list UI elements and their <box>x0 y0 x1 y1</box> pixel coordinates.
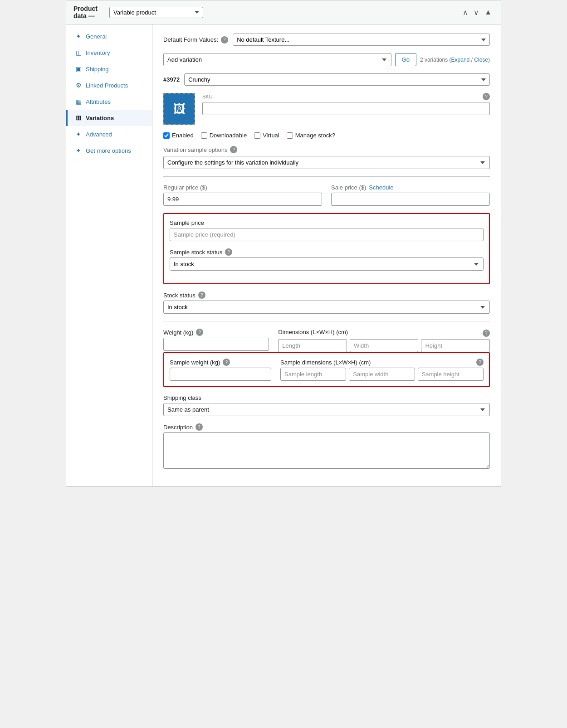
collapse-all-button[interactable]: ▲ <box>483 7 494 17</box>
downloadable-label: Downloadable <box>210 132 247 139</box>
schedule-link[interactable]: Schedule <box>369 184 393 191</box>
regular-price-input[interactable] <box>163 193 322 206</box>
sample-price-input[interactable] <box>170 228 484 241</box>
general-icon: ✦ <box>75 33 82 40</box>
sample-length-input[interactable] <box>280 368 346 381</box>
variations-info: 2 variations (Expand / Close) <box>420 57 490 63</box>
description-textarea[interactable] <box>163 432 490 469</box>
manage-stock-checkbox-item[interactable]: Manage stock? <box>287 132 335 139</box>
sidebar-item-inventory[interactable]: ◫ Inventory <box>66 44 152 61</box>
enabled-checkbox-item[interactable]: Enabled <box>163 132 194 139</box>
header-arrows: ∧ ∨ ▲ <box>461 7 494 18</box>
sample-width-input[interactable] <box>349 368 415 381</box>
manage-stock-label: Manage stock? <box>295 132 335 139</box>
main-layout: ✦ General ◫ Inventory ▣ Shipping ⚙ Linke… <box>66 24 501 486</box>
sale-price-input[interactable] <box>331 193 490 206</box>
inventory-icon: ◫ <box>75 49 82 56</box>
sample-weight-input[interactable] <box>170 368 271 381</box>
dimensions-help-icon[interactable]: ? <box>483 330 490 337</box>
default-form-help-icon[interactable]: ? <box>221 36 228 44</box>
variation-sample-select[interactable]: Configure the settings for this variatio… <box>163 156 490 169</box>
linked-products-icon: ⚙ <box>75 82 82 89</box>
expand-link[interactable]: Expand <box>451 57 470 63</box>
sidebar-label-attributes: Attributes <box>86 98 111 105</box>
shipping-class-row: Shipping class Same as parent No shippin… <box>163 394 490 416</box>
description-row: Description ? <box>163 423 490 470</box>
sample-weight-help-icon[interactable]: ? <box>223 359 230 366</box>
default-form-row: Default Form Values: ? No default Textur… <box>163 34 490 46</box>
sidebar-item-attributes[interactable]: ▦ Attributes <box>66 93 152 110</box>
sku-label: SKU <box>202 94 213 99</box>
divider-1 <box>163 176 490 177</box>
get-more-icon: ✦ <box>75 147 82 154</box>
sample-height-input[interactable] <box>418 368 484 381</box>
regular-price-label-row: Regular price ($) <box>163 184 322 191</box>
sample-dimensions-label: Sample dimensions (L×W×H) (cm) <box>280 359 371 366</box>
add-variation-select[interactable]: Add variation <box>163 53 391 66</box>
sale-price-label-row: Sale price ($) Schedule <box>331 184 490 191</box>
sidebar-label-get-more: Get more options <box>86 147 131 154</box>
sidebar-item-advanced[interactable]: ✦ Advanced <box>66 126 152 142</box>
weight-col: Weight (kg) ? <box>163 329 269 352</box>
height-input[interactable] <box>421 339 490 352</box>
close-link[interactable]: Close <box>474 57 488 63</box>
virtual-checkbox-item[interactable]: Virtual <box>254 132 279 139</box>
weight-dims-row: Weight (kg) ? Dimensions (L×W×H) (cm) ? <box>163 329 490 352</box>
virtual-checkbox[interactable] <box>254 132 260 139</box>
dims-label-row: Dimensions (L×W×H) (cm) ? <box>278 329 490 337</box>
stock-status-select[interactable]: In stock Out of stock On backorder <box>163 301 490 314</box>
sidebar-item-shipping[interactable]: ▣ Shipping <box>66 61 152 77</box>
description-label-row: Description ? <box>163 423 490 431</box>
shipping-class-select[interactable]: Same as parent No shipping class <box>163 403 490 416</box>
checkboxes-row: Enabled Downloadable Virtual Manage stoc… <box>163 132 490 139</box>
sample-price-row: Sample price <box>170 219 484 241</box>
variation-sample-help-icon[interactable]: ? <box>230 146 237 153</box>
sidebar-item-get-more-options[interactable]: ✦ Get more options <box>66 142 152 159</box>
sidebar: ✦ General ◫ Inventory ▣ Shipping ⚙ Linke… <box>66 24 152 486</box>
content-area: Default Form Values: ? No default Textur… <box>152 24 501 486</box>
weight-input[interactable] <box>163 338 269 351</box>
go-button[interactable]: Go <box>395 53 416 66</box>
downloadable-checkbox[interactable] <box>201 132 207 139</box>
sidebar-item-general[interactable]: ✦ General <box>66 28 152 44</box>
advanced-icon: ✦ <box>75 131 82 138</box>
downloadable-checkbox-item[interactable]: Downloadable <box>201 132 247 139</box>
image-placeholder-icon: 🖼 <box>173 102 186 116</box>
sample-dimensions-help-icon[interactable]: ? <box>476 359 484 366</box>
weight-help-icon[interactable]: ? <box>196 329 203 336</box>
product-type-select[interactable]: Variable product Simple product Grouped … <box>109 7 203 18</box>
sample-stock-select[interactable]: In stock Out of stock On backorder <box>170 257 484 271</box>
enabled-label: Enabled <box>172 132 194 139</box>
sidebar-item-linked-products[interactable]: ⚙ Linked Products <box>66 77 152 93</box>
sidebar-item-variations[interactable]: ⊞ Variations <box>66 110 152 126</box>
variation-header: #3972 Crunchy <box>163 73 490 86</box>
sidebar-label-shipping: Shipping <box>86 66 109 73</box>
default-texture-select[interactable]: No default Texture... <box>233 34 490 46</box>
stock-status-help-icon[interactable]: ? <box>198 291 205 299</box>
sidebar-label-advanced: Advanced <box>86 131 112 138</box>
weight-label-row: Weight (kg) ? <box>163 329 269 336</box>
sample-stock-row: Sample stock status ? In stock Out of st… <box>170 248 484 271</box>
length-input[interactable] <box>278 339 347 352</box>
enabled-checkbox[interactable] <box>163 132 170 139</box>
sample-weight-label-row: Sample weight (kg) ? <box>170 359 271 366</box>
variation-image[interactable]: 🖼 <box>163 93 195 125</box>
manage-stock-checkbox[interactable] <box>287 132 293 139</box>
stock-status-row: Stock status ? In stock Out of stock On … <box>163 291 490 314</box>
regular-price-label: Regular price ($) <box>163 184 207 191</box>
sample-stock-help-icon[interactable]: ? <box>225 248 232 256</box>
stock-status-label: Stock status <box>163 292 196 299</box>
product-data-label: Product data — <box>73 5 106 19</box>
sale-price-label: Sale price ($) <box>331 184 366 191</box>
sku-input[interactable] <box>202 102 490 115</box>
sample-price-label: Sample price <box>170 219 204 226</box>
sku-help-icon[interactable]: ? <box>483 93 490 100</box>
stock-status-label-row: Stock status ? <box>163 291 490 299</box>
collapse-down-button[interactable]: ∨ <box>472 7 481 18</box>
prices-row: Regular price ($) Sale price ($) Schedul… <box>163 184 490 206</box>
sample-weight-dims-section: Sample weight (kg) ? Sample dimensions (… <box>163 352 490 387</box>
collapse-up-button[interactable]: ∧ <box>461 7 470 18</box>
width-input[interactable] <box>350 339 419 352</box>
description-help-icon[interactable]: ? <box>196 423 203 431</box>
variation-name-select[interactable]: Crunchy <box>184 73 490 86</box>
